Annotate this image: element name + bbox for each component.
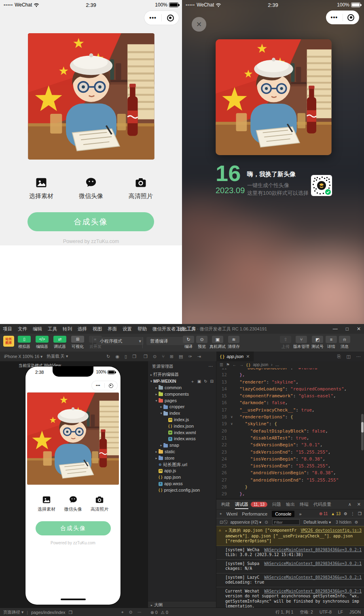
undock-icon[interactable]: ❐ [358, 512, 362, 516]
tree-item-pages[interactable]: ▾pages [148, 398, 216, 404]
code-line-23[interactable]: 23 "sdkVersionEnd": "15.255.255", [216, 449, 364, 456]
action-微信头像[interactable]: 微信头像 [64, 495, 82, 512]
code-line-16[interactable]: 16 "darkmode": false, [216, 399, 364, 406]
devtools-tab-Performance[interactable]: Performance [242, 512, 267, 516]
code-line-15[interactable]: 15 "componentFramework": "glass-easel", [216, 392, 364, 399]
more-dots-icon[interactable]: ••• [149, 15, 157, 21]
tree-item-站长图库.url[interactable]: ⊕站长图库.url [148, 462, 216, 468]
devtools-tab-Console[interactable]: Console [272, 511, 294, 517]
generate-avatar-button[interactable]: 合成头像 [36, 521, 111, 535]
debugger-tab-输出[interactable]: 输出 [286, 499, 295, 509]
code-line-14[interactable]: 14 "lazyCodeLoading": "requiredComponent… [216, 386, 364, 392]
rotate-icon[interactable]: ↻ [106, 354, 110, 359]
expand-caret-icon[interactable]: ▸ [225, 529, 227, 533]
minimize-target-icon[interactable] [109, 384, 113, 388]
console-source-link[interactable]: WAServiceMainContext_802983436&v=3.0.2:1 [264, 575, 362, 580]
more-tabs-icon[interactable]: » [299, 512, 301, 516]
context-select[interactable]: appservice (#2) ▾ [230, 520, 261, 524]
devtools-tab-Wxml[interactable]: Wxml [226, 512, 238, 516]
console-row[interactable]: WAServiceMainContext_802983436&v=3.0.2:1… [216, 560, 364, 573]
device-frame-icon[interactable]: ▯ [125, 354, 127, 359]
action-高清照片[interactable]: 高清照片 [129, 177, 153, 200]
more-dots-icon[interactable]: ••• [96, 384, 100, 388]
code-line-18[interactable]: 18∨ "rendererOptions": { [216, 414, 364, 420]
tree-item-static[interactable]: ▸static [148, 449, 216, 455]
mode-button-编辑器[interactable]: </>编辑器 [35, 336, 49, 350]
tree-item-index.wxml[interactable]: Windex.wxml [148, 430, 216, 436]
console-log-list[interactable]: ⚠VM226 devtoolsconfig.js:3▸无效的 app.json … [216, 526, 364, 609]
more-actions-icon[interactable]: ⋯ [356, 354, 361, 359]
code-line-28[interactable]: 28 } [216, 484, 364, 490]
debugger-tab-问题[interactable]: 问题 [272, 499, 281, 509]
console-source-link[interactable]: WAServiceMainContext_802983436&v=3.0.2:1 [264, 589, 362, 594]
menu-item-视图[interactable]: 视图 [90, 326, 105, 332]
menu-item-转到[interactable]: 转到 [60, 326, 75, 332]
tree-item-index.wxss[interactable]: Sindex.wxss [148, 436, 216, 442]
debugger-tab-代码质量[interactable]: 代码质量 [313, 499, 331, 509]
debug-icon[interactable]: ⌖ [121, 610, 124, 615]
action-微信头像[interactable]: 微信头像 [79, 177, 103, 200]
console-source-link[interactable]: WAServiceMainContext_802983436&v=3.0.2:1 [264, 548, 362, 553]
console-row[interactable]: WAServiceMainContext_802983436&v=3.0.2:1… [216, 587, 364, 609]
tree-item-cropper[interactable]: ▸cropper [148, 404, 216, 410]
code-line-25[interactable]: 25 "iosVersionEnd": "15.255.255", [216, 463, 364, 469]
device-select[interactable]: iPhone X 100% 16 ▾ [4, 354, 42, 359]
encoding[interactable]: UTF-8 [320, 610, 332, 615]
mode-button-调试器[interactable]: ⇄调试器 [53, 336, 67, 350]
menu-item-工具[interactable]: 工具 [45, 326, 60, 332]
code-area[interactable]: 11 "backgroundColor": "#fafafa"12 },13 "… [216, 368, 364, 499]
console-settings-icon[interactable]: ⚙ [355, 520, 358, 524]
console-source-link[interactable]: VM226 devtoolsconfig.js:3 [301, 528, 362, 533]
code-line-17[interactable]: 17 "__usePrivacyCheck__": true, [216, 407, 364, 414]
language-mode[interactable]: JSON [349, 610, 361, 615]
outline-icon[interactable]: ☰ [220, 362, 223, 367]
more-icon[interactable]: ⋯ [138, 610, 142, 615]
debugger-tab-构建[interactable]: 构建 [221, 499, 230, 509]
new-folder-icon[interactable]: ▣ [197, 378, 201, 385]
page-path-value[interactable]: pages/index/index [31, 610, 66, 615]
close-button[interactable]: ✕ [357, 326, 361, 332]
console-sidebar-icon[interactable]: ⊡ [220, 520, 223, 524]
breadcrumb-more[interactable]: … [275, 362, 279, 367]
toolbar-action-消息[interactable]: ⍾消息 [339, 336, 350, 350]
code-line-22[interactable]: 22 "sdkVersionBegin": "3.0.1", [216, 441, 364, 448]
capsule-menu[interactable]: ••• [144, 11, 179, 25]
code-line-13[interactable]: 13 "renderer": "skyline", [216, 379, 364, 386]
tree-item-index[interactable]: ▾index [148, 410, 216, 417]
nav-forward-icon[interactable]: → [239, 362, 243, 367]
split-editor-icon[interactable]: ◫ [347, 354, 351, 359]
extensions-icon[interactable]: ⊞ [170, 354, 174, 359]
explorer-more-icon[interactable]: ⋯ [209, 364, 213, 369]
refresh-icon[interactable]: ↻ [204, 378, 207, 385]
avatar-preview-image[interactable] [27, 33, 155, 160]
console-row[interactable]: ⚠VM226 devtoolsconfig.js:3▸无效的 app.json … [216, 526, 364, 546]
tree-item-index.js[interactable]: JSindex.js [148, 417, 216, 423]
console-row[interactable]: WAServiceMainContext_802983436&v=3.0.2:1… [216, 573, 364, 587]
code-line-21[interactable]: 21 "disableABTest": true, [216, 435, 364, 441]
code-line-12[interactable]: 12 }, [216, 371, 364, 378]
debugger-tab-调试器[interactable]: 调试器 [235, 499, 248, 509]
capsule-menu[interactable]: ••• [92, 381, 117, 390]
menu-item-选择[interactable]: 选择 [75, 326, 90, 332]
multi-window-icon[interactable]: ❐ [132, 354, 136, 359]
kebab-menu-icon[interactable]: ⋮ [351, 512, 355, 516]
more-dots-icon[interactable]: ••• [331, 15, 338, 20]
code-line-19[interactable]: 19∨ "skyline": { [216, 420, 364, 427]
copy-path-icon[interactable]: ❐ [69, 610, 72, 615]
indentation[interactable]: 空格: 2 [300, 610, 313, 615]
close-panel-icon[interactable]: ✕ [357, 502, 361, 507]
minimize-target-icon[interactable] [167, 15, 174, 21]
new-file-icon[interactable]: ＋ [190, 378, 195, 385]
toolbar-action-版本管理[interactable]: ⑂版本管理 [293, 336, 309, 350]
toolbar-action-编译[interactable]: ↻编译 [183, 336, 194, 350]
project-root-section[interactable]: ▾MP-WEIXIN ＋ ▣ ↻ ⊟ [148, 378, 216, 385]
generate-avatar-button[interactable]: 合成头像 [28, 212, 154, 231]
code-line-26[interactable]: 26 "androidVersionBegin": "8.0.38", [216, 469, 364, 476]
code-line-20[interactable]: 20 "defaultDisplayBlock": false, [216, 428, 364, 435]
menu-item-项目[interactable]: 项目 [0, 326, 15, 332]
debugger-tab-终端[interactable]: 终端 [300, 499, 309, 509]
zztuku-logo[interactable]: 站长图库 [3, 336, 14, 347]
hand-icon[interactable]: ✑ [188, 354, 192, 359]
dock-panel-icon[interactable]: ⇥ [197, 354, 201, 359]
menu-item-界面[interactable]: 界面 [105, 326, 120, 332]
